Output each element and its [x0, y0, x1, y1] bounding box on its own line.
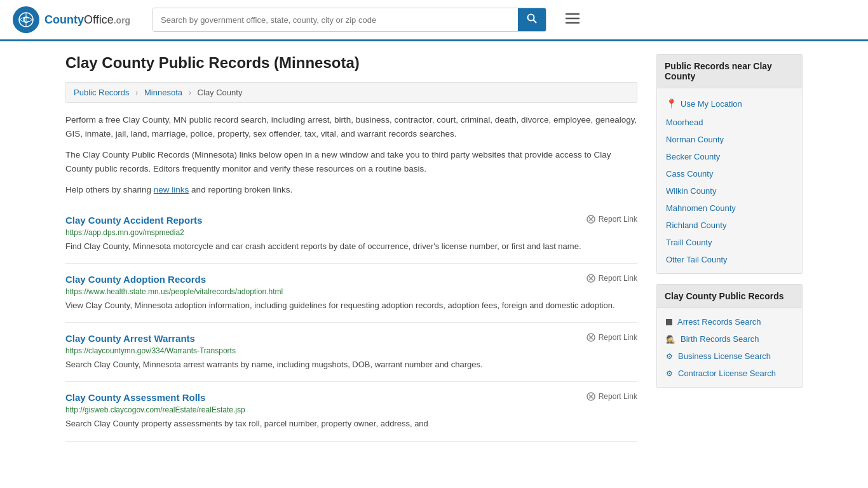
record-entry-1: Clay County Adoption Records Report Link… — [65, 264, 637, 323]
records-link-1[interactable]: 🕵Birth Records Search — [657, 330, 802, 348]
main-container: Clay County Public Records (Minnesota) P… — [53, 41, 815, 454]
search-bar[interactable] — [153, 8, 546, 32]
nearby-link-label-3: Cass County — [666, 169, 713, 179]
use-location-label: Use My Location — [681, 99, 742, 109]
search-button[interactable] — [518, 8, 546, 31]
records-link-label-2: Business License Search — [678, 351, 771, 361]
nearby-links-list: MoorheadNorman CountyBecker CountyCass C… — [657, 114, 802, 268]
page-title: Clay County Public Records (Minnesota) — [65, 54, 637, 72]
record-url-0: https://app.dps.mn.gov/mspmedia2 — [65, 228, 637, 237]
use-location-link[interactable]: 📍 Use My Location — [657, 93, 802, 114]
svg-line-5 — [534, 20, 536, 23]
logo-text: CountyOffice.org — [44, 13, 130, 27]
icon-figure: 🕵 — [666, 335, 675, 344]
record-desc-1: View Clay County, Minnesota adoption inf… — [65, 299, 637, 312]
records-link-3[interactable]: ⚙Contractor License Search — [657, 365, 802, 382]
report-link-1[interactable]: Report Link — [587, 274, 637, 283]
record-header-2: Clay County Arrest Warrants Report Link — [65, 333, 637, 344]
records-link-label-1: Birth Records Search — [681, 334, 759, 344]
records-link-label-3: Contractor License Search — [678, 369, 776, 378]
nearby-link-label-7: Traill County — [666, 238, 712, 247]
records-link-0[interactable]: Arrest Records Search — [657, 313, 802, 330]
record-desc-2: Search Clay County, Minnesota arrest war… — [65, 358, 637, 371]
records-section: Clay County Public Records Arrest Record… — [656, 284, 803, 388]
record-header-3: Clay County Assessment Rolls Report Link — [65, 392, 637, 403]
record-entry-3: Clay County Assessment Rolls Report Link… — [65, 382, 637, 441]
nearby-link-2[interactable]: Becker County — [657, 148, 802, 165]
description-2: The Clay County Public Records (Minnesot… — [65, 148, 637, 175]
report-icon-0 — [587, 215, 595, 224]
nearby-link-label-6: Richland County — [666, 220, 726, 230]
nearby-section-body: 📍 Use My Location MoorheadNorman CountyB… — [657, 88, 802, 273]
content-area: Clay County Public Records (Minnesota) P… — [65, 54, 637, 442]
search-input[interactable] — [153, 8, 518, 31]
breadcrumb-minnesota[interactable]: Minnesota — [144, 88, 182, 97]
report-link-label-3: Report Link — [599, 392, 637, 401]
breadcrumb-current: Clay County — [198, 88, 243, 97]
records-link-label-0: Arrest Records Search — [677, 317, 761, 327]
record-title-3[interactable]: Clay County Assessment Rolls — [65, 392, 205, 403]
report-link-label-1: Report Link — [599, 274, 637, 283]
record-title-1[interactable]: Clay County Adoption Records — [65, 274, 206, 285]
nearby-link-label-5: Mahnomen County — [666, 203, 736, 213]
nearby-section: Public Records near Clay County 📍 Use My… — [656, 54, 803, 274]
icon-square — [666, 319, 672, 325]
record-header-1: Clay County Adoption Records Report Link — [65, 274, 637, 285]
menu-button[interactable] — [566, 11, 580, 28]
record-entry-2: Clay County Arrest Warrants Report Link … — [65, 323, 637, 382]
record-url-2: https://claycountymn.gov/334/Warrants-Tr… — [65, 346, 637, 355]
report-link-3[interactable]: Report Link — [587, 392, 637, 401]
nearby-link-8[interactable]: Otter Tail County — [657, 251, 802, 268]
record-title-2[interactable]: Clay County Arrest Warrants — [65, 333, 195, 344]
pin-icon: 📍 — [666, 98, 677, 109]
nearby-link-4[interactable]: Wilkin County — [657, 182, 802, 200]
breadcrumb-sep-1: › — [135, 88, 138, 97]
site-header: C CountyOffice.org — [0, 0, 868, 41]
report-link-2[interactable]: Report Link — [587, 333, 637, 342]
nearby-link-5[interactable]: Mahnomen County — [657, 200, 802, 217]
sidebar: Public Records near Clay County 📍 Use My… — [656, 54, 803, 442]
nearby-link-label-1: Norman County — [666, 135, 724, 144]
report-link-label-0: Report Link — [599, 215, 637, 224]
records-link-2[interactable]: ⚙Business License Search — [657, 348, 802, 365]
records-list: Clay County Accident Reports Report Link… — [65, 205, 637, 442]
description-3-post: and reporting broken links. — [189, 185, 292, 194]
record-entry-0: Clay County Accident Reports Report Link… — [65, 205, 637, 264]
nearby-link-3[interactable]: Cass County — [657, 165, 802, 182]
nearby-link-label-0: Moorhead — [666, 118, 703, 127]
description-1: Perform a free Clay County, MN public re… — [65, 113, 637, 140]
report-icon-3 — [587, 392, 595, 401]
icon-gear: ⚙ — [666, 369, 673, 378]
record-desc-0: Find Clay County, Minnesota motorcycle a… — [65, 240, 637, 253]
breadcrumb-public-records[interactable]: Public Records — [74, 88, 129, 97]
records-links-list: Arrest Records Search🕵Birth Records Sear… — [657, 313, 802, 382]
nearby-link-7[interactable]: Traill County — [657, 234, 802, 251]
record-header-0: Clay County Accident Reports Report Link — [65, 215, 637, 226]
report-link-label-2: Report Link — [599, 333, 637, 342]
records-section-body: Arrest Records Search🕵Birth Records Sear… — [657, 308, 802, 387]
record-title-0[interactable]: Clay County Accident Reports — [65, 215, 202, 226]
report-icon-2 — [587, 333, 595, 342]
record-desc-3: Search Clay County property assessments … — [65, 417, 637, 430]
records-section-header: Clay County Public Records — [657, 285, 802, 308]
breadcrumb: Public Records › Minnesota › Clay County — [65, 82, 637, 103]
description-3: Help others by sharing new links and rep… — [65, 183, 637, 197]
logo-icon: C — [13, 6, 39, 33]
breadcrumb-sep-2: › — [189, 88, 191, 97]
record-url-1: https://www.health.state.mn.us/people/vi… — [65, 287, 637, 296]
nearby-link-0[interactable]: Moorhead — [657, 114, 802, 131]
nearby-link-1[interactable]: Norman County — [657, 131, 802, 148]
description-3-pre: Help others by sharing — [65, 185, 154, 194]
logo-area: C CountyOffice.org — [13, 6, 140, 33]
nearby-link-label-2: Becker County — [666, 152, 720, 161]
nearby-link-label-8: Otter Tail County — [666, 255, 728, 264]
nearby-section-header: Public Records near Clay County — [657, 55, 802, 88]
report-link-0[interactable]: Report Link — [587, 215, 637, 224]
nearby-link-label-4: Wilkin County — [666, 186, 716, 196]
nearby-link-6[interactable]: Richland County — [657, 217, 802, 234]
icon-gear: ⚙ — [666, 352, 673, 361]
report-icon-1 — [587, 274, 595, 283]
record-url-3: http://gisweb.claycogov.com/realEstate/r… — [65, 405, 637, 414]
new-links-link[interactable]: new links — [154, 185, 189, 194]
